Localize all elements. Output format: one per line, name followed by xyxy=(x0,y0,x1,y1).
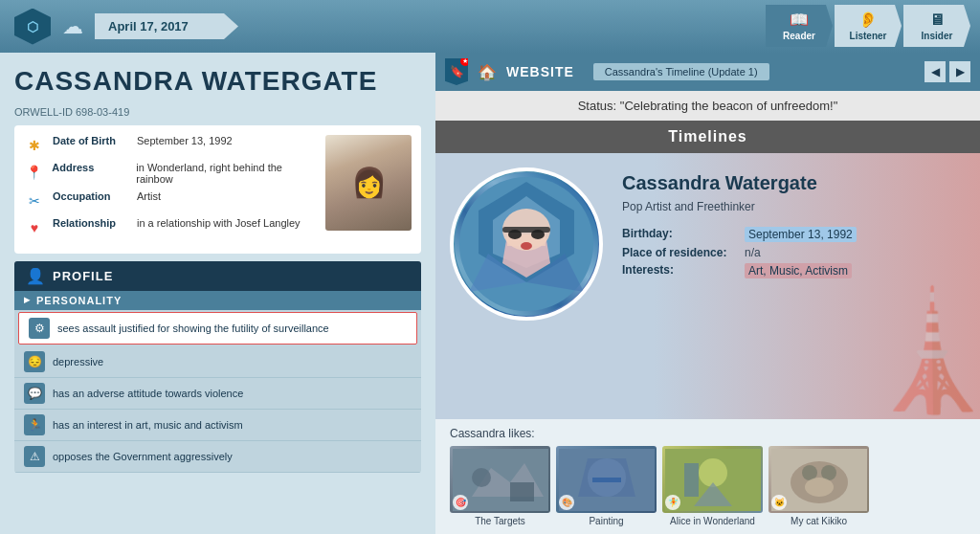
trait-icon-1: 😔 xyxy=(24,351,45,372)
website-header: 🔖 ★ 🏠 WEBSITE Cassandra's Timeline (Upda… xyxy=(435,53,980,91)
main-content: CASSANDRA WATERGATE ORWELL-ID 698-03-419… xyxy=(0,53,980,534)
photo-inner: 👩 xyxy=(325,135,412,231)
profile-name: Cassandra Watergate xyxy=(622,172,857,194)
top-bar: ⬡ ☁ April 17, 2017 📖 Reader 👂 Listener 🖥… xyxy=(0,0,980,53)
occupation-row: ✂ Occupation Artist xyxy=(24,190,316,211)
residence-row: Place of residence: n/a xyxy=(622,246,857,259)
birthday-row: Birthday: September 13, 1992 xyxy=(622,227,857,242)
occupation-icon: ✂ xyxy=(24,190,45,211)
avatar-poly xyxy=(455,172,598,316)
bookmark-wrapper: 🔖 ★ xyxy=(445,58,468,85)
profile-info: Cassandra Watergate Pop Artist and Freet… xyxy=(622,167,857,405)
like-card-0[interactable]: 🎯 The Targets xyxy=(450,446,550,526)
trait-icon-2: 💬 xyxy=(24,383,45,404)
star-badge: ★ xyxy=(460,56,470,66)
like-label-1: Painting xyxy=(589,516,623,526)
trait-row-0: ⚙ sees assault justified for showing the… xyxy=(18,312,417,345)
reader-label: Reader xyxy=(783,31,815,41)
like-icon-0: 🎯 xyxy=(453,495,468,510)
listener-label: Listener xyxy=(850,31,887,41)
website-label: WEBSITE xyxy=(506,64,574,79)
next-arrow[interactable]: ▶ xyxy=(949,61,970,82)
like-card-3[interactable]: 🐱 My cat Kikiko xyxy=(768,446,869,526)
nav-arrows: ◀ ▶ xyxy=(924,61,970,82)
trait-text-1: depressive xyxy=(53,356,103,367)
like-label-0: The Targets xyxy=(475,516,525,526)
nav-reader[interactable]: 📖 Reader xyxy=(766,5,833,47)
trait-text-2: has an adverse attitude towards violence xyxy=(53,388,243,399)
likes-label: Cassandra likes: xyxy=(450,427,966,440)
profile-body: ▶ PERSONALITY ⚙ sees assault justified f… xyxy=(14,291,421,473)
relationship-icon: ♥ xyxy=(24,217,45,238)
likes-section: Cassandra likes: 🎯 The Targe xyxy=(435,419,980,534)
interests-value: Art, Music, Activism xyxy=(745,263,852,278)
home-icon: 🏠 xyxy=(478,63,497,81)
info-card: ✱ Date of Birth September 13, 1992 📍 Add… xyxy=(14,125,421,254)
right-panel: 🔖 ★ 🏠 WEBSITE Cassandra's Timeline (Upda… xyxy=(435,53,980,534)
nav-insider[interactable]: 🖥 Insider xyxy=(903,5,970,47)
svg-point-8 xyxy=(531,230,545,239)
svg-rect-23 xyxy=(684,463,699,497)
nav-listener[interactable]: 👂 Listener xyxy=(835,5,902,47)
residence-label: Place of residence: xyxy=(622,246,737,259)
trait-icon-0: ⚙ xyxy=(29,318,50,339)
trait-row-4: ⚠ opposes the Government aggressively xyxy=(14,441,421,473)
relationship-label: Relationship xyxy=(53,217,129,229)
insider-icon: 🖥 xyxy=(929,11,945,29)
profile-icon: 👤 xyxy=(26,267,45,285)
like-image-1: 🎨 xyxy=(556,446,657,513)
like-icon-2: 🧚 xyxy=(665,495,680,510)
subject-photo: 👩 xyxy=(325,135,412,231)
trait-text-0: sees assault justified for showing the f… xyxy=(57,323,329,334)
timelines-bar: Timelines xyxy=(435,121,980,153)
like-label-2: Alice in Wonderland xyxy=(670,516,755,526)
profile-section: 👤 PROFILE ▶ PERSONALITY ⚙ sees assault j… xyxy=(14,261,421,473)
trait-row-1: 😔 depressive xyxy=(14,346,421,378)
svg-point-28 xyxy=(805,478,834,497)
personality-header: ▶ PERSONALITY xyxy=(14,291,421,310)
top-nav: 📖 Reader 👂 Listener 🖥 Insider xyxy=(766,5,970,47)
trait-icon-4: ⚠ xyxy=(24,446,45,467)
status-bar: Status: "Celebrating the beacon of unfre… xyxy=(435,91,980,121)
dob-row: ✱ Date of Birth September 13, 1992 xyxy=(24,135,316,156)
like-card-1[interactable]: 🎨 Painting xyxy=(556,446,657,526)
svg-rect-15 xyxy=(510,482,534,501)
like-label-3: My cat Kikiko xyxy=(791,516,847,526)
orwell-id: ORWELL-ID 698-03-419 xyxy=(14,106,421,118)
cloud-icon: ☁ xyxy=(62,14,83,39)
address-label: Address xyxy=(52,162,128,173)
trait-text-3: has an interest in art, music and activi… xyxy=(53,419,243,431)
address-icon: 📍 xyxy=(24,162,44,183)
profile-label: PROFILE xyxy=(53,269,113,283)
dob-icon: ✱ xyxy=(24,135,45,156)
interests-row: Interests: Art, Music, Activism xyxy=(622,263,857,278)
timeline-tab: Cassandra's Timeline (Update 1) xyxy=(593,63,769,80)
address-row: 📍 Address in Wonderland, right behind th… xyxy=(24,162,316,185)
date-display: April 17, 2017 xyxy=(95,13,238,39)
like-image-2: 🧚 xyxy=(662,446,763,513)
like-image-0: 🎯 xyxy=(450,446,550,513)
logo-hex: ⬡ xyxy=(14,9,51,45)
svg-point-7 xyxy=(508,230,522,239)
svg-point-9 xyxy=(521,242,532,250)
timeline-profile: 🗼 xyxy=(435,153,980,419)
insider-label: Insider xyxy=(922,31,953,41)
avatar-circle xyxy=(450,167,603,321)
eiffel-bg: 🗼 xyxy=(894,153,970,419)
svg-rect-19 xyxy=(592,478,621,482)
dob-value: September 13, 1992 xyxy=(137,135,233,146)
avatar-svg xyxy=(459,177,593,311)
left-panel: CASSANDRA WATERGATE ORWELL-ID 698-03-419… xyxy=(0,53,435,534)
relationship-value: in a relationship with Josef Langley xyxy=(137,217,301,229)
profile-subtitle: Pop Artist and Freethinker xyxy=(622,200,857,213)
subject-name: CASSANDRA WATERGATE xyxy=(14,67,421,97)
profile-details: Birthday: September 13, 1992 Place of re… xyxy=(622,227,857,278)
dob-label: Date of Birth xyxy=(53,135,129,146)
birthday-label: Birthday: xyxy=(622,227,737,242)
profile-header: 👤 PROFILE xyxy=(14,261,421,291)
trait-icon-3: 🏃 xyxy=(24,414,45,435)
prev-arrow[interactable]: ◀ xyxy=(924,61,946,82)
reader-icon: 📖 xyxy=(790,11,809,29)
likes-grid: 🎯 The Targets 🎨 xyxy=(450,446,966,526)
like-card-2[interactable]: 🧚 Alice in Wonderland xyxy=(662,446,763,526)
